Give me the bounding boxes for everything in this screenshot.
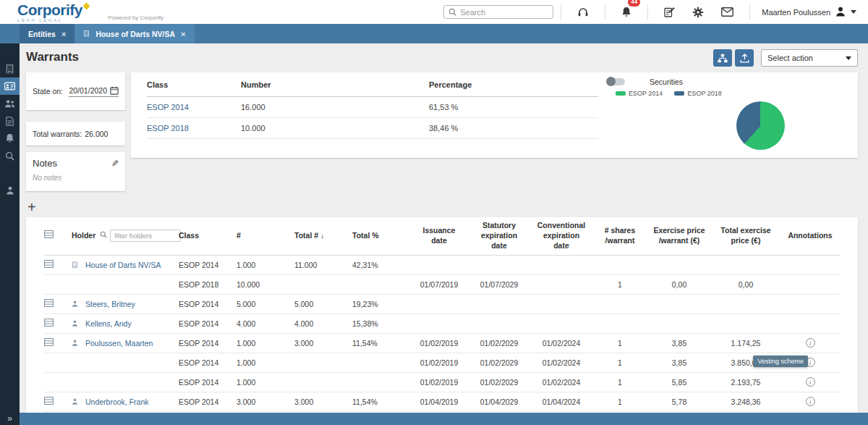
- annotation-info-icon[interactable]: [806, 338, 815, 348]
- summary-row: ESOP 201810.00038,46 %: [147, 118, 598, 139]
- corporify-logo[interactable]: Corporify LEAN LEGAL: [17, 2, 89, 22]
- shares-per-warrant-cell: [592, 314, 647, 333]
- notes-empty-text: No notes: [33, 174, 119, 182]
- total-number-cell: [294, 372, 352, 392]
- total-warrants-card: Total warrants: 26.000: [26, 122, 125, 146]
- close-icon[interactable]: [61, 30, 66, 38]
- row-detail-cell[interactable]: [44, 294, 72, 314]
- number-cell: 1.000: [237, 372, 294, 392]
- exercise-price-cell: 3,85: [647, 353, 711, 372]
- sidebar-item-shareholders[interactable]: [0, 95, 20, 112]
- tab-entities[interactable]: Entities: [20, 24, 75, 43]
- notifications-bell-icon[interactable]: 44: [613, 3, 640, 22]
- holder-link[interactable]: Kellens, Andy: [85, 319, 132, 328]
- total-exercise-price-cell: 3.248,36: [711, 392, 780, 411]
- sort-desc-icon[interactable]: [320, 231, 324, 240]
- calendar-icon[interactable]: [110, 86, 119, 95]
- row-details-icon[interactable]: [44, 397, 54, 405]
- holder-cell: [72, 372, 179, 392]
- class-cell: ESOP 2014: [179, 392, 237, 411]
- select-action-dropdown[interactable]: Select action: [761, 49, 858, 67]
- row-details-icon[interactable]: [44, 260, 54, 268]
- search-input[interactable]: [460, 8, 548, 17]
- row-details-icon[interactable]: [44, 319, 54, 327]
- statutory-expiration-column-header[interactable]: Statutory expiration date: [473, 221, 525, 251]
- holder-link[interactable]: Steers, Britney: [85, 300, 135, 308]
- state-date-input[interactable]: 20/01/2020: [69, 86, 119, 97]
- global-search[interactable]: [443, 5, 553, 19]
- conventional-expiration-cell: [530, 294, 592, 314]
- add-warrant-button[interactable]: +: [27, 200, 36, 214]
- warrants-table-body: House of Darts NV/SAESOP 20141.00011.000…: [44, 255, 840, 411]
- summary-number: 10.000: [241, 124, 429, 132]
- warrants-table: Holder Class # Total # Total %: [44, 217, 840, 412]
- shares-per-warrant-cell: [592, 255, 647, 274]
- row-detail-cell[interactable]: [44, 333, 72, 353]
- toggle-knob: [606, 77, 616, 86]
- issuance-date-column-header[interactable]: Issuance date: [418, 226, 460, 245]
- holder-link[interactable]: Underbrook, Frank: [85, 397, 149, 406]
- row-details-icon[interactable]: [44, 338, 54, 346]
- state-on-label: State on:: [33, 87, 63, 96]
- total-exercise-price-column-header[interactable]: Total exercise price (€): [718, 226, 773, 245]
- user-menu[interactable]: Maarten Poulussen: [762, 7, 856, 18]
- filter-holders-input[interactable]: [110, 230, 181, 242]
- sidebar-item-documents[interactable]: [0, 112, 20, 130]
- row-detail-cell[interactable]: [44, 392, 72, 411]
- legend-label-esop-2018: ESOP 2018: [687, 90, 721, 97]
- summary-header-percentage: Percentage: [429, 80, 598, 89]
- row-detail-cell[interactable]: [44, 255, 72, 274]
- sidebar-item-notifications[interactable]: [0, 130, 20, 147]
- sidebar-item-profile[interactable]: [0, 182, 20, 199]
- exercise-price-cell: [647, 294, 711, 314]
- close-icon[interactable]: [181, 30, 185, 38]
- conventional-expiration-column-header[interactable]: Conventional expiration date: [535, 221, 587, 251]
- total-pct-cell: 11,54%: [352, 333, 410, 353]
- total-pct-column-header[interactable]: Total %: [352, 231, 379, 240]
- row-detail-cell[interactable]: [44, 314, 72, 333]
- sidebar-item-securities-register[interactable]: [0, 77, 20, 95]
- warrant-row: Steers, BritneyESOP 20145.0005.00019,23%: [44, 294, 840, 314]
- annotation-info-icon[interactable]: [806, 377, 815, 387]
- exercise-price-column-header[interactable]: Exercise price /warrant (€): [652, 226, 707, 245]
- statutory-expiration-cell: 01/02/2029: [468, 372, 530, 392]
- number-cell: 1.000: [237, 353, 294, 372]
- settings-gear-icon[interactable]: [684, 3, 712, 22]
- support-phone-icon[interactable]: [569, 3, 597, 22]
- divider: [749, 4, 750, 20]
- exercise-price-cell: [647, 255, 711, 274]
- user-avatar-icon: [835, 7, 846, 18]
- shares-per-warrant-column-header[interactable]: # shares /warrant: [602, 226, 638, 245]
- securities-toggle[interactable]: [607, 78, 625, 85]
- total-warrants-value: 26.000: [85, 130, 108, 138]
- summary-class-link[interactable]: ESOP 2014: [147, 103, 241, 111]
- tab-bar: Entities House of Darts NV/SA: [0, 24, 868, 43]
- summary-class-link[interactable]: ESOP 2018: [147, 124, 241, 132]
- class-column-header[interactable]: Class: [179, 231, 199, 240]
- mail-envelope-icon[interactable]: [712, 3, 742, 22]
- conventional-expiration-cell: [530, 255, 592, 274]
- sidebar-item-entities[interactable]: [0, 60, 20, 77]
- sidebar-expand-icon[interactable]: [0, 413, 20, 424]
- warrant-row: Kellens, AndyESOP 20144.0004.00015,38%: [44, 314, 840, 333]
- annotation-info-icon[interactable]: [806, 397, 815, 406]
- structure-chart-button[interactable]: [713, 49, 732, 67]
- number-column-header[interactable]: #: [237, 231, 241, 240]
- row-details-icon[interactable]: [44, 299, 54, 307]
- issuance-date-cell: 01/07/2019: [410, 274, 468, 294]
- export-upload-button[interactable]: [735, 49, 754, 67]
- number-cell: 5.000: [237, 294, 294, 314]
- state-on-card: State on: 20/01/2020: [26, 72, 125, 110]
- holder-column-header[interactable]: Holder: [72, 231, 95, 241]
- conventional-expiration-cell: 01/02/2024: [530, 372, 592, 392]
- number-cell: 3.000: [237, 392, 294, 411]
- total-number-column-header[interactable]: Total #: [294, 231, 318, 240]
- warrant-row: ESOP 20141.00001/02/201901/02/202901/02/…: [44, 353, 840, 372]
- tasks-compose-icon[interactable]: [655, 3, 684, 22]
- edit-pencil-icon[interactable]: [111, 159, 119, 169]
- holder-link[interactable]: House of Darts NV/SA: [85, 261, 161, 269]
- holder-link[interactable]: Poulussen, Maarten: [85, 339, 153, 348]
- sidebar-item-search[interactable]: [0, 147, 20, 164]
- notes-card: Notes No notes: [26, 152, 125, 191]
- tab-house-of-darts[interactable]: House of Darts NV/SA: [75, 24, 194, 43]
